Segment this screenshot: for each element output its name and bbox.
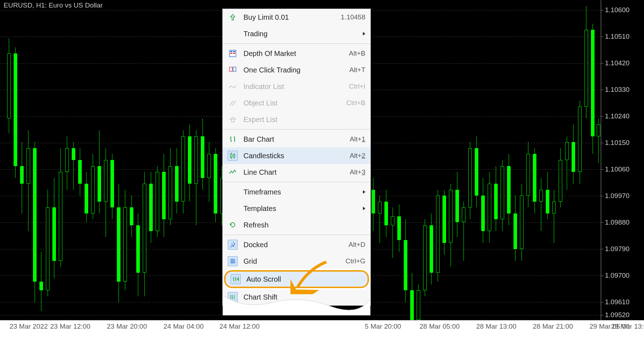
- candle: [78, 148, 82, 196]
- price-label: 1.10330: [605, 86, 630, 94]
- menu-candlesticks[interactable]: Candlesticks Alt+2: [223, 147, 370, 164]
- candle: [136, 213, 140, 296]
- menu-depth-of-market[interactable]: Depth Of Market Alt+B: [223, 45, 370, 62]
- menu-line-chart[interactable]: Line Chart Alt+3: [223, 164, 370, 180]
- menu-label: Object List: [243, 99, 341, 107]
- submenu-arrow-icon: [363, 32, 365, 36]
- shortcut: Ctrl+B: [346, 99, 365, 107]
- candle: [526, 142, 530, 207]
- candle: [7, 38, 11, 133]
- candle: [72, 142, 75, 189]
- candle: [430, 213, 433, 285]
- shortcut: Alt+1: [350, 135, 365, 143]
- candle: [46, 190, 49, 296]
- candle: [143, 172, 146, 296]
- one-click-icon: [228, 65, 238, 75]
- menu-trading[interactable]: Trading: [223, 25, 370, 42]
- price-label: 1.10600: [605, 6, 630, 14]
- menu-label: Grid: [243, 257, 340, 266]
- menu-label: Depth Of Market: [243, 50, 343, 58]
- price-label: 1.09610: [605, 298, 630, 306]
- price-label: 1.09970: [605, 192, 630, 200]
- candle: [391, 207, 394, 258]
- menu-label: Auto Scroll: [246, 275, 363, 283]
- candle: [417, 285, 420, 320]
- chart-title: EURUSD, H1: Euro vs US Dollar: [4, 1, 103, 9]
- blank-icon: [228, 203, 238, 213]
- menu-refresh[interactable]: Refresh: [223, 217, 370, 233]
- menu-label: One Click Trading: [243, 66, 344, 74]
- object-list-icon: [228, 98, 238, 108]
- time-label: 24 Mar 04:00: [164, 323, 204, 330]
- menu-label: Timeframes: [243, 188, 357, 196]
- shortcut: Ctrl+I: [349, 83, 365, 90]
- candle: [207, 142, 211, 201]
- candle: [156, 166, 159, 237]
- depth-icon: [228, 48, 238, 58]
- svg-rect-7: [231, 154, 232, 158]
- context-menu: Buy Limit 0.01 1.10458 Trading Depth Of …: [222, 9, 371, 306]
- price-label: 1.10420: [605, 59, 630, 67]
- shortcut: Alt+2: [350, 152, 365, 160]
- time-label: 5 Mar 20:00: [365, 323, 401, 330]
- candle: [181, 130, 185, 213]
- candle: [85, 172, 88, 222]
- time-label: 23 Mar 2022: [10, 323, 48, 330]
- menu-docked[interactable]: Docked Alt+D: [223, 236, 370, 253]
- menu-label: Indicator List: [243, 83, 343, 91]
- price-label: 1.09520: [605, 311, 630, 319]
- candle: [559, 148, 562, 207]
- menu-separator: [223, 182, 370, 182]
- candle: [572, 124, 575, 184]
- bar-chart-icon: [228, 134, 238, 144]
- candle: [14, 47, 17, 178]
- line-chart-icon: [228, 167, 238, 177]
- menu-templates[interactable]: Templates: [223, 200, 370, 217]
- menu-grid[interactable]: Grid Ctrl+G: [223, 253, 370, 269]
- menu-separator: [223, 235, 370, 235]
- candle: [410, 273, 414, 326]
- menu-auto-scroll[interactable]: Auto Scroll: [224, 270, 369, 288]
- candle: [584, 6, 588, 119]
- candle: [423, 219, 427, 296]
- price-axis: 1.106001.105101.104201.103301.102401.101…: [601, 0, 644, 320]
- candle: [404, 219, 407, 302]
- buy-arrow-icon: [228, 12, 238, 22]
- menu-label: Line Chart: [243, 168, 344, 177]
- candle: [149, 172, 153, 243]
- candle: [488, 172, 491, 243]
- menu-separator: [223, 43, 370, 44]
- svg-rect-6: [233, 67, 236, 71]
- candle: [98, 130, 101, 213]
- menu-buy-limit[interactable]: Buy Limit 0.01 1.10458: [223, 9, 370, 25]
- price-label: 1.09790: [605, 245, 630, 253]
- candle: [91, 154, 95, 219]
- candle: [201, 118, 204, 189]
- candle: [214, 148, 217, 222]
- menu-indicator-list: Indicator List Ctrl+I: [223, 78, 370, 95]
- candle: [39, 252, 43, 311]
- menu-one-click-trading[interactable]: One Click Trading Alt+T: [223, 62, 370, 78]
- candle: [194, 130, 198, 225]
- menu-bar-chart[interactable]: Bar Chart Alt+1: [223, 131, 370, 147]
- candle: [455, 172, 459, 237]
- candle: [552, 190, 556, 243]
- shortcut: Ctrl+G: [346, 257, 365, 265]
- svg-rect-1: [230, 51, 232, 52]
- candle: [565, 136, 569, 190]
- candle: [468, 142, 472, 219]
- candle: [436, 190, 440, 282]
- svg-rect-3: [233, 51, 235, 52]
- candle: [546, 172, 549, 219]
- blank-icon: [228, 187, 238, 197]
- menu-timeframes[interactable]: Timeframes: [223, 184, 370, 200]
- menu-expert-list: Expert List: [223, 111, 370, 128]
- candle: [52, 178, 56, 279]
- candle: [371, 178, 375, 231]
- candle: [501, 160, 504, 231]
- candle: [507, 154, 511, 225]
- candle: [533, 148, 536, 213]
- price-label: 1.09700: [605, 272, 630, 279]
- candle: [475, 136, 478, 207]
- price-value: 1.10458: [341, 13, 365, 21]
